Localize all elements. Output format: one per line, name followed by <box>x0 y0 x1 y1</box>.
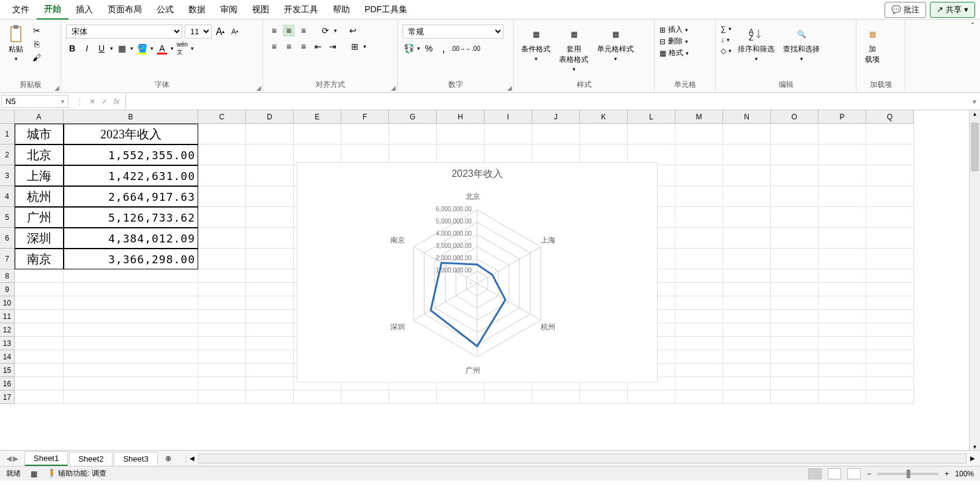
sheet-tab-1[interactable]: Sheet1 <box>24 451 68 466</box>
cell[interactable] <box>819 377 866 391</box>
data-cell[interactable]: 南京 <box>15 249 64 269</box>
align-right-button[interactable]: ≡ <box>297 40 310 53</box>
view-page-break-button[interactable] <box>847 468 861 479</box>
row-header-2[interactable]: 2 <box>0 144 15 165</box>
cell[interactable] <box>675 364 723 377</box>
data-cell[interactable]: 深圳 <box>15 228 64 249</box>
cell[interactable] <box>675 377 723 391</box>
col-header-M[interactable]: M <box>675 110 723 124</box>
cell[interactable] <box>198 310 246 323</box>
cell[interactable] <box>723 310 771 323</box>
font-color-button[interactable]: A <box>156 42 168 54</box>
chart-radar[interactable]: 2023年收入 北京上海杭州广州深圳南京-1,000,000.002,000,0… <box>297 162 658 383</box>
cell[interactable] <box>341 391 389 404</box>
menu-tab-pdf[interactable]: PDF工具集 <box>357 1 415 19</box>
cell[interactable] <box>198 377 246 391</box>
cell[interactable] <box>484 124 532 144</box>
cell[interactable] <box>771 249 819 269</box>
menu-tab-help[interactable]: 帮助 <box>325 1 357 19</box>
cell[interactable] <box>246 350 294 364</box>
sort-filter-button[interactable]: AZ排序和筛选▾ <box>735 24 777 63</box>
cell[interactable] <box>866 228 914 249</box>
cell[interactable] <box>246 296 294 310</box>
cell[interactable] <box>819 310 866 323</box>
cell[interactable] <box>723 283 771 296</box>
row-header-8[interactable]: 8 <box>0 269 15 283</box>
macro-recorder-icon[interactable]: ▦ <box>31 470 37 478</box>
cell[interactable] <box>532 391 580 404</box>
cell[interactable] <box>437 391 484 404</box>
decrease-decimal-button[interactable]: ←.00 <box>467 42 479 54</box>
cell[interactable] <box>866 323 914 337</box>
dialog-launcher-icon[interactable]: ◢ <box>507 84 512 91</box>
cell[interactable] <box>866 337 914 350</box>
menu-tab-home[interactable]: 开始 <box>37 0 69 20</box>
sheet-tab-3[interactable]: Sheet3 <box>114 452 157 465</box>
cell[interactable] <box>64 323 198 337</box>
cell[interactable] <box>15 283 64 296</box>
cell[interactable] <box>198 124 246 144</box>
increase-font-button[interactable]: A▴ <box>214 26 226 38</box>
cell[interactable] <box>866 377 914 391</box>
cell[interactable] <box>819 269 866 283</box>
cell[interactable] <box>819 228 866 249</box>
row-header-13[interactable]: 13 <box>0 337 15 350</box>
cell[interactable] <box>866 283 914 296</box>
data-cell[interactable]: 2,664,917.63 <box>64 186 198 207</box>
cell[interactable] <box>675 228 723 249</box>
menu-tab-file[interactable]: 文件 <box>5 1 37 19</box>
data-cell[interactable]: 2023年收入 <box>64 124 198 144</box>
row-header-3[interactable]: 3 <box>0 165 15 186</box>
menu-tab-review[interactable]: 审阅 <box>213 1 245 19</box>
cell[interactable] <box>819 323 866 337</box>
cell[interactable] <box>198 144 246 165</box>
cell[interactable] <box>771 296 819 310</box>
row-header-5[interactable]: 5 <box>0 207 15 228</box>
format-cells-button[interactable]: ▦格式 ▾ <box>659 48 689 58</box>
cell[interactable] <box>819 283 866 296</box>
cell[interactable] <box>723 124 771 144</box>
cell[interactable] <box>246 144 294 165</box>
cell[interactable] <box>866 310 914 323</box>
cell[interactable] <box>64 283 198 296</box>
cell[interactable] <box>437 124 484 144</box>
row-header-1[interactable]: 1 <box>0 124 15 144</box>
decrease-font-button[interactable]: A▾ <box>229 26 241 38</box>
menu-tab-insert[interactable]: 插入 <box>69 1 100 19</box>
scroll-left-button[interactable]: ◀ <box>190 455 195 462</box>
paste-button[interactable]: 粘贴▾ <box>5 24 27 63</box>
row-header-9[interactable]: 9 <box>0 283 15 296</box>
align-center-button[interactable]: ≡ <box>283 40 295 53</box>
col-header-N[interactable]: N <box>723 110 771 124</box>
menu-tab-dev[interactable]: 开发工具 <box>277 1 325 19</box>
col-header-K[interactable]: K <box>580 110 628 124</box>
cell[interactable] <box>675 283 723 296</box>
cell[interactable] <box>723 296 771 310</box>
cell[interactable] <box>15 310 64 323</box>
cell[interactable] <box>64 364 198 377</box>
view-normal-button[interactable] <box>808 468 822 479</box>
cell[interactable] <box>866 296 914 310</box>
cell[interactable] <box>866 144 914 165</box>
cell[interactable] <box>675 165 723 186</box>
cell[interactable] <box>15 337 64 350</box>
cell[interactable] <box>723 337 771 350</box>
scroll-up-button[interactable]: ▴ <box>970 110 980 117</box>
cell[interactable] <box>866 207 914 228</box>
cell[interactable] <box>246 364 294 377</box>
cell[interactable] <box>675 391 723 404</box>
row-header-7[interactable]: 7 <box>0 249 15 269</box>
cell[interactable] <box>15 350 64 364</box>
cell[interactable] <box>675 296 723 310</box>
formula-input[interactable] <box>126 96 969 107</box>
cell[interactable] <box>675 310 723 323</box>
cell[interactable] <box>723 364 771 377</box>
col-header-P[interactable]: P <box>819 110 866 124</box>
collapse-ribbon-button[interactable]: ˇ <box>965 20 980 92</box>
decrease-indent-button[interactable]: ⇤ <box>312 40 324 53</box>
cell[interactable] <box>675 207 723 228</box>
find-select-button[interactable]: 🔍查找和选择▾ <box>781 24 822 63</box>
cell[interactable] <box>771 228 819 249</box>
cell[interactable] <box>64 337 198 350</box>
sheet-tab-2[interactable]: Sheet2 <box>69 452 113 465</box>
